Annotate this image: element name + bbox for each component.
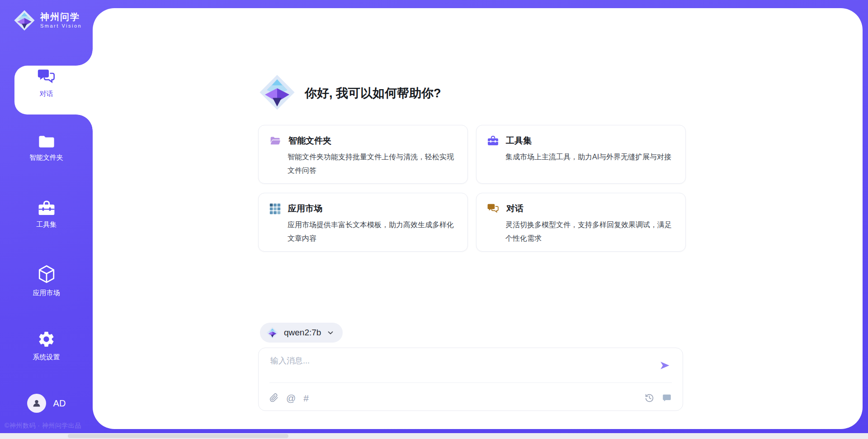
folder-icon — [38, 134, 55, 149]
send-icon — [659, 360, 671, 371]
brand: 神州问学 Smart Vision — [14, 10, 82, 31]
brand-subtitle: Smart Vision — [40, 24, 82, 29]
composer-divider — [269, 382, 672, 383]
sidebar-item-label: 应用市场 — [33, 289, 60, 297]
app-window: 神州问学 Smart Vision 对话 智能文件夹 — [0, 0, 868, 439]
toolbox-icon — [487, 136, 499, 146]
copyright-footer: ©神州数码 · 神州问学出品 — [5, 422, 93, 430]
card-title: 对话 — [506, 203, 524, 215]
sidebar-item-app-market[interactable]: 应用市场 — [0, 265, 93, 297]
new-chat-button[interactable] — [662, 393, 672, 403]
at-icon: @ — [286, 393, 296, 403]
brand-logo-icon — [14, 10, 35, 31]
paperclip-icon — [269, 393, 278, 403]
card-app-market[interactable]: 应用市场 应用市场提供丰富长文本模板，助力高效生成多样化文章内容 — [258, 193, 468, 252]
sidebar: 神州问学 Smart Vision 对话 智能文件夹 — [0, 0, 93, 439]
message-input[interactable] — [269, 354, 651, 382]
sidebar-item-settings[interactable]: 系统设置 — [0, 330, 93, 362]
card-description: 应用市场提供丰富长文本模板，助力高效生成多样化文章内容 — [288, 218, 457, 245]
user-icon — [31, 398, 42, 409]
toolbox-icon — [38, 200, 55, 216]
sidebar-item-toolset[interactable]: 工具集 — [0, 200, 93, 229]
chat-icon — [487, 203, 499, 214]
card-smart-folder[interactable]: 智能文件夹 智能文件夹功能支持批量文件上传与清洗，轻松实现文件问答 — [258, 125, 468, 184]
card-title: 工具集 — [506, 135, 532, 147]
sidebar-item-chat[interactable]: 对话 — [0, 68, 93, 98]
card-description: 灵活切换多模型文件，支持多样回复效果调试，满足个性化需求 — [505, 218, 675, 245]
apps-grid-icon — [269, 203, 281, 215]
model-logo-icon — [266, 327, 278, 339]
folder-open-icon — [269, 135, 281, 147]
history-icon — [645, 393, 654, 403]
user-account[interactable]: AD — [0, 394, 93, 413]
topic-button[interactable]: # — [303, 393, 309, 403]
greeting-logo-icon — [259, 74, 296, 111]
tab-fillet-bottom — [76, 115, 93, 131]
message-composer: @ # — [258, 348, 683, 411]
model-selector[interactable]: qwen2:7b — [260, 323, 343, 343]
history-button[interactable] — [645, 393, 654, 403]
sidebar-item-label: 工具集 — [36, 220, 57, 229]
send-button[interactable] — [659, 360, 671, 371]
card-toolset[interactable]: 工具集 集成市场上主流工具，助力AI与外界无缝扩展与对接 — [476, 125, 686, 184]
chat-bubble-icon — [662, 393, 672, 403]
gear-icon — [37, 330, 56, 348]
card-chat[interactable]: 对话 灵活切换多模型文件，支持多样回复效果调试，满足个性化需求 — [476, 193, 686, 252]
sidebar-item-smart-folder[interactable]: 智能文件夹 — [0, 134, 93, 162]
scrollbar-thumb[interactable] — [68, 434, 288, 438]
card-title: 应用市场 — [288, 203, 322, 215]
tab-fillet-top — [76, 49, 93, 66]
sidebar-item-label: 智能文件夹 — [29, 153, 63, 162]
brand-name: 神州问学 — [40, 12, 82, 21]
attach-file-button[interactable] — [269, 393, 278, 403]
card-title: 智能文件夹 — [288, 135, 331, 147]
greeting-title: 你好, 我可以如何帮助你? — [305, 85, 441, 101]
sidebar-item-label: 对话 — [40, 90, 53, 98]
user-name: AD — [53, 398, 66, 409]
chevron-down-icon — [326, 329, 335, 337]
card-description: 智能文件夹功能支持批量文件上传与清洗，轻松实现文件问答 — [288, 150, 457, 177]
mention-button[interactable]: @ — [286, 393, 296, 403]
card-description: 集成市场上主流工具，助力AI与外界无缝扩展与对接 — [505, 150, 675, 164]
model-name: qwen2:7b — [284, 328, 321, 338]
horizontal-scrollbar[interactable] — [0, 433, 868, 439]
chat-icon — [38, 68, 56, 85]
sidebar-item-label: 系统设置 — [33, 353, 60, 362]
avatar — [27, 394, 46, 413]
hash-icon: # — [303, 393, 309, 403]
cube-icon — [38, 265, 56, 284]
